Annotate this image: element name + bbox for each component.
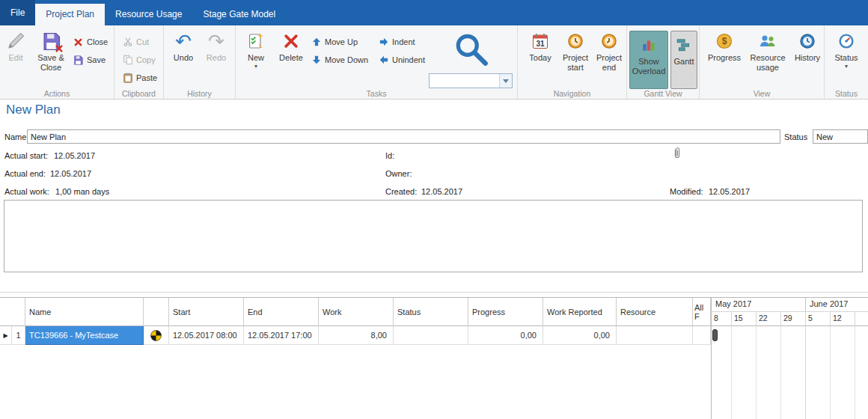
description-textarea[interactable] <box>4 200 863 272</box>
form-grid-splitter[interactable] <box>0 292 868 293</box>
gantt-gridline <box>855 326 855 419</box>
grid-header-resource-label: Resource <box>620 308 655 316</box>
paste-button[interactable]: Paste <box>122 70 157 85</box>
project-start-clock-icon <box>567 31 584 52</box>
grid-header-work-reported-label: Work Reported <box>547 308 602 316</box>
close-x-icon <box>73 37 84 48</box>
ribbon-group-history: ↶ Undo ↷ Redo History <box>164 25 236 99</box>
grid-header-type-icon <box>144 298 169 326</box>
task-all-f-cell[interactable] <box>693 326 711 345</box>
grid-header-status[interactable]: Status <box>394 298 468 326</box>
attachment-button[interactable] <box>672 146 684 161</box>
ribbon-group-actions: Edit Save & Close Close Save Actions <box>0 25 114 99</box>
grid-header-start-label: Start <box>173 308 190 316</box>
task-status-cell[interactable] <box>394 326 468 345</box>
today-button[interactable]: 31 Today <box>525 31 555 63</box>
page-title: New Plan <box>6 103 61 117</box>
task-end-cell[interactable]: 12.05.2017 17:00 <box>244 326 319 345</box>
task-start-cell[interactable]: 12.05.2017 08:00 <box>169 326 244 345</box>
grid-header-name[interactable]: Name <box>25 298 144 326</box>
gantt-gridline <box>830 326 831 419</box>
coin-dollar-icon: $ <box>716 31 733 52</box>
project-start-label: Project start <box>558 53 593 72</box>
status-field-label: Status <box>784 132 807 141</box>
search-button[interactable] <box>450 28 493 70</box>
task-progress-cell[interactable]: 0,00 <box>468 326 543 345</box>
group-label-history: History <box>164 89 235 98</box>
tab-stage-gate-model[interactable]: Stage Gate Model <box>192 4 286 25</box>
gantt-week-label: 12 <box>830 312 855 326</box>
grid-header-end[interactable]: End <box>244 298 319 326</box>
task-type-cell[interactable] <box>144 326 169 345</box>
plan-detail-panel: New Plan Name Status Actual start: 12.05… <box>0 100 868 419</box>
tab-project-plan[interactable]: Project Plan <box>35 4 105 25</box>
edit-button[interactable]: Edit <box>1 31 30 63</box>
delete-task-button[interactable]: Delete <box>275 31 308 63</box>
copy-icon <box>122 55 133 66</box>
cut-button[interactable]: Cut <box>122 34 149 49</box>
save-and-close-button[interactable]: Save & Close <box>31 31 70 72</box>
ribbon-group-gantt-view: Show Overload Gantt Gantt View <box>627 25 700 99</box>
gantt-task-bar[interactable] <box>712 329 718 341</box>
close-button[interactable]: Close <box>73 34 108 49</box>
redo-button[interactable]: ↷ Redo <box>201 31 231 63</box>
ribbon-group-status: Status ▾ Status <box>825 25 868 99</box>
gantt-toggle-button[interactable]: Gantt <box>670 31 697 89</box>
gantt-week-label <box>855 312 868 326</box>
grid-header-resource[interactable]: Resource <box>617 298 693 326</box>
undo-label: Undo <box>174 53 193 63</box>
task-work-reported-cell[interactable]: 0,00 <box>543 326 617 345</box>
undo-button[interactable]: ↶ Undo <box>168 31 198 63</box>
grid-header-progress[interactable]: Progress <box>468 298 543 326</box>
task-filter-input[interactable] <box>430 74 499 88</box>
undo-icon: ↶ <box>175 31 192 52</box>
actual-work-value: 1,00 man days <box>55 187 109 196</box>
tab-file[interactable]: File <box>0 0 35 25</box>
created-label: Created: <box>385 187 417 196</box>
history-button[interactable]: History <box>792 31 822 63</box>
gantt-week-label: 29 <box>780 312 805 326</box>
group-label-tasks: Tasks <box>236 89 517 98</box>
resource-usage-button[interactable]: Resource usage <box>746 31 789 72</box>
show-overload-toggle-button[interactable]: Show Overload <box>629 31 668 89</box>
task-filter-combobox[interactable] <box>429 73 513 88</box>
actual-end-label: Actual end: <box>4 169 46 178</box>
group-label-navigation: Navigation <box>518 89 626 98</box>
project-start-button[interactable]: Project start <box>558 31 593 72</box>
grid-header-start[interactable]: Start <box>169 298 244 326</box>
tab-resource-usage[interactable]: Resource Usage <box>105 4 192 25</box>
unindent-button[interactable]: Unindent <box>378 52 425 67</box>
save-label: Save <box>87 55 106 64</box>
plan-name-input[interactable] <box>27 129 780 144</box>
grid-header-work[interactable]: Work <box>319 298 394 326</box>
created-value: 12.05.2017 <box>421 187 462 196</box>
progress-button[interactable]: $ Progress <box>706 31 743 63</box>
redo-icon: ↷ <box>208 31 224 52</box>
plan-status-input[interactable] <box>813 129 868 144</box>
task-resource-cell[interactable] <box>617 326 693 345</box>
edit-pencil-icon <box>7 31 25 52</box>
svg-text:31: 31 <box>536 40 545 48</box>
move-up-label: Move Up <box>325 37 358 46</box>
project-end-label: Project end <box>594 53 624 72</box>
save-button[interactable]: Save <box>73 52 106 67</box>
move-down-button[interactable]: Move Down <box>311 52 368 67</box>
copy-button[interactable]: Copy <box>122 52 156 67</box>
new-task-button[interactable]: New ▾ <box>242 31 270 70</box>
project-end-button[interactable]: Project end <box>594 31 624 72</box>
chevron-down-icon: ▾ <box>254 64 257 70</box>
combo-dropdown-button[interactable] <box>499 74 512 88</box>
task-name-cell[interactable]: TC139666 - MyTestcase <box>25 326 144 345</box>
task-work-cell[interactable]: 8,00 <box>319 326 394 345</box>
grid-header-work-reported[interactable]: Work Reported <box>543 298 617 326</box>
ribbon-group-clipboard: Cut Copy Paste Clipboard <box>114 25 164 99</box>
grid-header-all-f[interactable]: All F <box>693 298 711 326</box>
history-view-label: History <box>795 53 820 63</box>
bar-chart-icon <box>641 34 657 55</box>
move-down-label: Move Down <box>325 55 368 64</box>
arrow-up-icon <box>311 37 322 48</box>
indent-button[interactable]: Indent <box>378 34 415 49</box>
move-up-button[interactable]: Move Up <box>311 34 358 49</box>
status-button[interactable]: Status ▾ <box>829 31 864 70</box>
gantt-month-june: June 2017 <box>805 298 868 312</box>
